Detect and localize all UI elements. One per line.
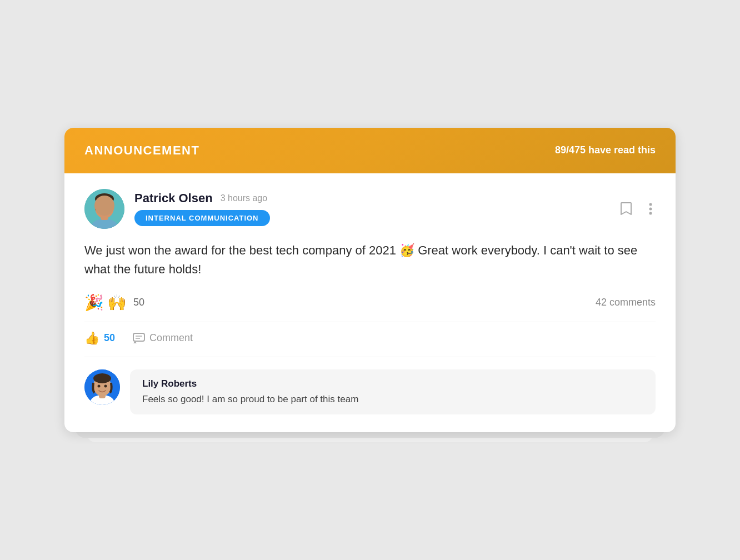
svg-point-12	[649, 212, 652, 214]
avatar-patrick	[84, 189, 124, 229]
reaction-count: 50	[133, 297, 144, 308]
svg-rect-13	[133, 333, 144, 341]
svg-point-4	[95, 193, 114, 204]
comment-bubble: Lily Roberts Feels so good! I am so prou…	[130, 369, 656, 415]
reaction-emoji-2[interactable]: 🙌	[107, 293, 127, 312]
card-wrapper: ANNOUNCEMENT 89/475 have read this	[64, 128, 676, 433]
post-author-info: Patrick Olsen 3 hours ago INTERNAL COMMU…	[134, 191, 617, 226]
like-button[interactable]: 👍 50	[84, 331, 115, 346]
comment-button[interactable]: Comment	[133, 332, 193, 344]
svg-point-8	[98, 207, 101, 209]
card-body: Patrick Olsen 3 hours ago INTERNAL COMMU…	[64, 173, 676, 433]
svg-point-9	[107, 207, 109, 209]
author-name-row: Patrick Olsen 3 hours ago	[134, 191, 617, 206]
lily-avatar-svg	[84, 369, 120, 405]
commenter-name: Lily Roberts	[142, 378, 643, 389]
svg-point-10	[649, 203, 652, 206]
like-icon: 👍	[84, 331, 99, 346]
reaction-emoji-1[interactable]: 🎉	[84, 293, 104, 312]
like-count: 50	[104, 332, 115, 344]
svg-point-22	[104, 384, 107, 387]
svg-point-3	[95, 197, 114, 218]
svg-point-11	[649, 207, 652, 210]
comment-label: Comment	[149, 332, 193, 344]
announcement-card: ANNOUNCEMENT 89/475 have read this	[64, 128, 676, 433]
post-actions	[617, 198, 656, 219]
announcement-label: ANNOUNCEMENT	[84, 143, 199, 158]
reactions-row: 🎉 🙌 50 42 comments	[84, 293, 656, 322]
author-name: Patrick Olsen	[134, 191, 213, 206]
card-header: ANNOUNCEMENT 89/475 have read this	[64, 128, 676, 173]
action-row: 👍 50 Comment	[84, 331, 656, 357]
patrick-avatar-svg	[84, 189, 124, 229]
comment-text: Feels so good! I am so proud to be part …	[142, 393, 643, 406]
post-content: We just won the award for the best tech …	[84, 241, 656, 279]
svg-rect-5	[96, 206, 102, 211]
bookmark-button[interactable]	[617, 198, 636, 219]
post-time: 3 hours ago	[221, 193, 268, 203]
reactions-left: 🎉 🙌 50	[84, 293, 144, 312]
comment-icon	[133, 333, 145, 344]
svg-point-21	[98, 384, 101, 387]
bookmark-icon	[620, 202, 632, 216]
comments-count[interactable]: 42 comments	[596, 297, 656, 308]
comment-section: Lily Roberts Feels so good! I am so prou…	[84, 369, 656, 415]
post-header: Patrick Olsen 3 hours ago INTERNAL COMMU…	[84, 189, 656, 229]
read-count: 89/475 have read this	[555, 144, 656, 156]
svg-point-20	[93, 373, 111, 383]
more-icon	[649, 202, 652, 216]
tag-pill: INTERNAL COMMUNICATION	[134, 210, 270, 226]
more-button[interactable]	[646, 199, 656, 219]
avatar-lily	[84, 369, 120, 405]
svg-rect-6	[104, 206, 111, 211]
